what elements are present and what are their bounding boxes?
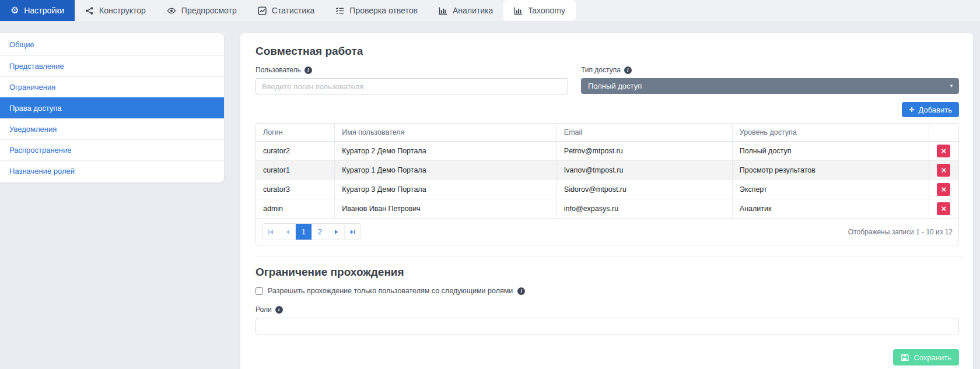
sidebar-item-distribution[interactable]: Распространение <box>0 139 224 160</box>
pager-first-button[interactable] <box>262 224 279 240</box>
cell-login: admin <box>256 199 335 219</box>
pager-page-1[interactable]: 1 <box>295 224 312 240</box>
settings-sidebar: Общие Представление Ограничения Права до… <box>0 33 224 182</box>
table-row: curator3 Куратор 3 Демо Портала Sidorov@… <box>256 180 958 199</box>
tab-label: Конструктор <box>99 6 146 15</box>
column-header-email[interactable]: Email <box>556 124 732 142</box>
sidebar-item-notifications[interactable]: Уведомления <box>0 118 224 139</box>
cell-email: Petrov@mtpost.ru <box>556 142 732 161</box>
tab-label: Статистика <box>272 6 315 15</box>
delete-row-button[interactable] <box>937 164 950 177</box>
restrict-roles-checkbox[interactable] <box>256 287 263 295</box>
tab-label: Taxonomy <box>528 6 565 15</box>
info-icon[interactable] <box>624 66 632 74</box>
access-rights-grid: Логин Имя пользователя Email Уровень дос… <box>256 123 959 245</box>
column-header-level[interactable]: Уровень доступа <box>732 124 929 142</box>
cell-login: curator2 <box>256 142 335 161</box>
access-type-select[interactable]: Полный доступ <box>581 78 959 94</box>
delete-row-button[interactable] <box>937 183 950 196</box>
share-nodes-icon <box>85 6 94 15</box>
pager-next-button[interactable] <box>328 224 344 240</box>
grid-pager: 1 2 Отображены записи 1 - 10 из 12 <box>256 219 958 245</box>
delete-row-button[interactable] <box>937 145 950 157</box>
tab-settings[interactable]: ⚙ Настройки <box>0 0 75 21</box>
add-button-label: Добавить <box>919 106 952 114</box>
access-type-value: Полный доступ <box>588 82 642 90</box>
tab-label: Настройки <box>24 6 64 15</box>
user-login-input[interactable] <box>256 78 568 94</box>
chart-column-icon <box>514 6 523 15</box>
cell-email: info@expasys.ru <box>556 199 732 219</box>
chart-column-icon <box>439 6 447 15</box>
tab-taxonomy[interactable]: Taxonomy <box>503 0 576 21</box>
table-row: curator2 Куратор 2 Демо Портала Petrov@m… <box>256 142 958 161</box>
sidebar-item-role-assignment[interactable]: Назначение ролей <box>0 160 224 181</box>
tab-constructor[interactable]: Конструктор <box>75 0 156 21</box>
cell-level: Полный доступ <box>732 142 929 161</box>
restrict-roles-checkbox-label: Разрешить прохождение только пользовател… <box>268 287 513 295</box>
cell-name: Иванов Иван Петрович <box>335 199 556 219</box>
column-header-name[interactable]: Имя пользователя <box>335 124 556 142</box>
add-user-button[interactable]: Добавить <box>902 102 959 117</box>
info-icon[interactable] <box>304 66 312 74</box>
gears-icon: ⚙ <box>10 6 19 15</box>
restriction-title: Ограничение прохождения <box>256 266 959 279</box>
sidebar-item-general[interactable]: Общие <box>0 34 224 55</box>
roles-label: Роли <box>256 305 272 314</box>
user-label: Пользователь <box>256 66 301 74</box>
top-navbar: ⚙ Настройки Конструктор Предпросмотр Ста… <box>0 0 980 22</box>
access-type-label: Тип доступа <box>581 66 621 74</box>
section-divider <box>256 256 963 256</box>
cell-login: curator3 <box>256 180 335 199</box>
tab-label: Аналитика <box>453 6 493 15</box>
pager-last-button[interactable] <box>344 224 360 240</box>
sidebar-item-presentation[interactable]: Представление <box>0 55 224 76</box>
list-check-icon <box>335 6 344 15</box>
cell-email: Sidorov@mtpost.ru <box>556 180 732 199</box>
access-rights-panel: Совместная работа Пользователь Тип досту… <box>240 33 973 369</box>
sidebar-item-limitations[interactable]: Ограничения <box>0 76 224 97</box>
roles-input[interactable] <box>256 318 959 335</box>
tab-analytics[interactable]: Аналитика <box>428 0 503 21</box>
cell-name: Куратор 3 Демо Портала <box>335 180 556 199</box>
column-header-login[interactable]: Логин <box>256 124 335 142</box>
tab-preview[interactable]: Предпросмотр <box>156 0 247 21</box>
tab-statistics[interactable]: Статистика <box>247 0 326 21</box>
info-icon[interactable] <box>517 287 525 295</box>
save-button[interactable]: Сохранить <box>893 349 959 366</box>
cell-name: Куратор 1 Демо Портала <box>335 161 556 180</box>
save-button-label: Сохранить <box>914 353 951 362</box>
tab-answer-check[interactable]: Проверка ответов <box>325 0 428 21</box>
sidebar-item-access-rights[interactable]: Права доступа <box>0 97 224 118</box>
cell-level: Аналитик <box>732 199 929 219</box>
cell-login: curator1 <box>256 161 335 180</box>
tab-label: Проверка ответов <box>349 6 418 15</box>
table-row: curator1 Куратор 1 Демо Портала Ivanov@t… <box>256 161 958 180</box>
pager-info: Отображены записи 1 - 10 из 12 <box>848 228 953 236</box>
cell-email: Ivanov@tmpost.ru <box>556 161 732 180</box>
pager-prev-button[interactable] <box>279 224 295 240</box>
tab-label: Предпросмотр <box>181 6 237 15</box>
chart-line-icon <box>258 6 267 15</box>
cell-level: Просмотр результатов <box>732 161 929 180</box>
info-icon[interactable] <box>275 306 283 314</box>
save-icon <box>901 353 909 361</box>
eye-icon <box>167 6 176 15</box>
column-header-actions <box>929 124 958 142</box>
pager-page-2[interactable]: 2 <box>312 224 328 240</box>
cell-level: Эксперт <box>732 180 929 199</box>
cell-name: Куратор 2 Демо Портала <box>335 142 556 161</box>
delete-row-button[interactable] <box>937 202 950 215</box>
collaboration-title: Совместная работа <box>256 45 959 58</box>
table-row: admin Иванов Иван Петрович info@expasys.… <box>256 199 958 219</box>
